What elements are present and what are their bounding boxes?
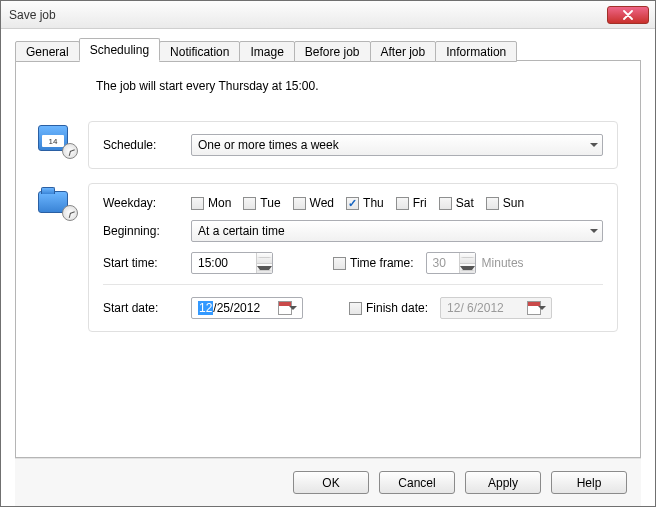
time-frame-spinner[interactable]: 30 xyxy=(426,252,476,274)
clock-icon xyxy=(62,205,78,221)
dialog-content: General Scheduling Notification Image Be… xyxy=(1,29,655,506)
spinner-up[interactable] xyxy=(257,253,272,264)
weekday-checkboxes: Mon Tue Wed Thu Fri Sat Sun xyxy=(191,196,603,210)
chevron-down-icon xyxy=(538,306,546,310)
titlebar: Save job xyxy=(1,1,655,29)
tab-before-job[interactable]: Before job xyxy=(294,41,371,62)
window-title: Save job xyxy=(9,8,607,22)
chevron-down-icon xyxy=(289,306,297,310)
finish-date-picker[interactable]: 12/ 6/2012 xyxy=(440,297,552,319)
weekday-wed[interactable]: Wed xyxy=(293,196,334,210)
start-date-label: Start date: xyxy=(103,301,191,315)
help-button[interactable]: Help xyxy=(551,471,627,494)
spinner-down[interactable] xyxy=(460,264,475,274)
timing-section-icon xyxy=(38,183,88,217)
start-date-picker[interactable]: 12/25/2012 xyxy=(191,297,303,319)
save-job-dialog: Save job General Scheduling Notification… xyxy=(0,0,656,507)
finish-date-value: 12/ 6/2012 xyxy=(447,301,504,315)
tab-information[interactable]: Information xyxy=(435,41,517,62)
weekday-fri[interactable]: Fri xyxy=(396,196,427,210)
ok-button[interactable]: OK xyxy=(293,471,369,494)
beginning-label: Beginning: xyxy=(103,224,191,238)
time-frame-checkbox[interactable]: Time frame: xyxy=(333,256,414,270)
schedule-value: One or more times a week xyxy=(198,138,339,152)
close-icon xyxy=(622,10,634,20)
divider xyxy=(103,284,603,285)
cancel-button[interactable]: Cancel xyxy=(379,471,455,494)
weekday-mon[interactable]: Mon xyxy=(191,196,231,210)
tab-scheduling[interactable]: Scheduling xyxy=(79,38,160,61)
scheduling-panel: The job will start every Thursday at 15:… xyxy=(15,60,641,458)
schedule-section-icon: 14 xyxy=(38,121,88,155)
spinner-up[interactable] xyxy=(460,253,475,264)
start-time-value: 15:00 xyxy=(192,256,256,270)
spinner-down[interactable] xyxy=(257,264,272,274)
beginning-combo[interactable]: At a certain time xyxy=(191,220,603,242)
tab-after-job[interactable]: After job xyxy=(370,41,437,62)
tab-image[interactable]: Image xyxy=(239,41,294,62)
close-button[interactable] xyxy=(607,6,649,24)
tab-general[interactable]: General xyxy=(15,41,80,62)
schedule-combo[interactable]: One or more times a week xyxy=(191,134,603,156)
start-time-spinner[interactable]: 15:00 xyxy=(191,252,273,274)
time-frame-value: 30 xyxy=(427,256,459,270)
time-frame-label: Time frame: xyxy=(350,256,414,270)
chevron-down-icon xyxy=(590,143,598,147)
tab-bar: General Scheduling Notification Image Be… xyxy=(15,39,641,61)
time-frame-unit: Minutes xyxy=(482,256,524,270)
beginning-value: At a certain time xyxy=(198,224,285,238)
finish-date-checkbox[interactable]: Finish date: xyxy=(349,301,428,315)
weekday-tue[interactable]: Tue xyxy=(243,196,280,210)
weekday-sun[interactable]: Sun xyxy=(486,196,524,210)
dialog-footer: OK Cancel Apply Help xyxy=(15,458,641,506)
weekday-label: Weekday: xyxy=(103,196,191,210)
schedule-group: Schedule: One or more times a week xyxy=(88,121,618,169)
schedule-summary: The job will start every Thursday at 15:… xyxy=(96,79,618,93)
schedule-label: Schedule: xyxy=(103,138,191,152)
apply-button[interactable]: Apply xyxy=(465,471,541,494)
finish-date-label: Finish date: xyxy=(366,301,428,315)
start-time-label: Start time: xyxy=(103,256,191,270)
chevron-down-icon xyxy=(590,229,598,233)
weekday-thu[interactable]: Thu xyxy=(346,196,384,210)
tab-notification[interactable]: Notification xyxy=(159,41,240,62)
weekday-sat[interactable]: Sat xyxy=(439,196,474,210)
calendar-day-icon: 14 xyxy=(38,137,68,146)
timing-group: Weekday: Mon Tue Wed Thu Fri Sat Sun Beg… xyxy=(88,183,618,332)
